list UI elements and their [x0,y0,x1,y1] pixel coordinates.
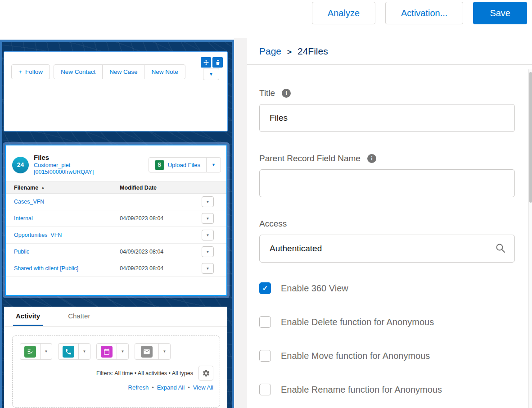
actions-overflow-button[interactable]: ▼ [203,68,219,80]
activity-component[interactable]: Activity Chatter ▼ [4,307,227,408]
files-24-icon: 24 [12,157,29,173]
checkbox-check-icon: ✓ [259,350,271,362]
record-actions: + Follow New Contact New Case New Note [11,64,185,79]
email-icon [141,346,153,358]
title-field-label-row: Title i [259,88,515,98]
call-button-group: ▼ [58,343,90,360]
tab-activity[interactable]: Activity [16,312,40,326]
chevron-down-icon: ▼ [209,72,213,77]
tab-chatter[interactable]: Chatter [68,312,90,326]
property-panel: Page > 24Files Title i Parent Record Fie… [247,38,532,408]
new-contact-button[interactable]: New Contact [54,64,103,79]
save-button[interactable]: Save [473,2,527,24]
event-icon [101,346,113,358]
panel-scrollbar[interactable] [528,69,532,408]
file-link[interactable]: Internal [6,215,120,222]
upload-files-button[interactable]: S Upload Files [149,157,207,172]
row-actions-button[interactable]: ▼ [202,213,214,224]
checkbox-label: Enable Rename function for Anonymous [281,385,442,395]
upload-group: S Upload Files ▼ [149,157,221,172]
row-actions-button[interactable]: ▼ [202,196,214,207]
access-field-label-row: Access [259,219,515,229]
files-table-header: Filename ▲ Modified Date [6,181,226,194]
enable-rename-anonymous-checkbox[interactable]: ✓ Enable Rename function for Anonymous [259,384,515,395]
new-note-button[interactable]: New Note [144,64,185,79]
app-window: Analyze Activation... Save + Follow [0,0,532,408]
sharepoint-icon: S [155,160,164,170]
file-link[interactable]: Shared with client [Public] [6,265,120,272]
trash-icon[interactable] [212,57,223,68]
refresh-link[interactable]: Refresh [128,384,149,391]
activity-links-row: Refresh • Expand All • View All [20,384,214,391]
call-dropdown-button[interactable]: ▼ [78,343,90,360]
expand-all-link[interactable]: Expand All [157,384,185,391]
table-row: Shared with client [Public] 04/09/2023 0… [6,260,226,277]
checkbox-check-icon: ✓ [259,384,271,395]
table-row: Internal 04/09/2023 08:04 ▼ [6,210,226,227]
parent-record-field-input[interactable] [259,169,515,197]
email-dropdown-button[interactable]: ▼ [158,343,171,360]
gear-icon [202,369,210,377]
chevron-down-icon: ▼ [121,349,125,354]
activity-tabs: Activity Chatter [4,307,227,326]
filters-summary: Filters: All time • All activities • All… [96,370,193,376]
file-link[interactable]: Public [6,249,120,255]
new-case-button[interactable]: New Case [102,64,144,79]
chevron-down-icon: ▼ [206,200,210,204]
chevron-down-icon: ▼ [212,163,216,167]
chevron-down-icon: ▼ [206,250,210,254]
breadcrumb-page-link[interactable]: Page [259,46,281,57]
files-card-title: Files [34,154,94,162]
row-actions-button[interactable]: ▼ [202,230,214,240]
files-component[interactable]: 24 Files Customer_piet [0015I00000frwURQ… [5,145,227,296]
call-icon [63,346,74,358]
move-icon[interactable] [201,57,211,68]
event-dropdown-button[interactable]: ▼ [117,343,129,360]
view-all-link[interactable]: View All [193,384,213,391]
enable-move-anonymous-checkbox[interactable]: ✓ Enable Move function for Anonymous [259,350,515,362]
task-dropdown-button[interactable]: ▼ [40,343,52,360]
title-input[interactable] [259,104,515,132]
filters-settings-button[interactable] [198,366,213,381]
event-button-group: ▼ [96,343,129,360]
filename-column-header[interactable]: Filename ▲ [6,185,120,191]
access-combobox[interactable] [259,235,515,263]
upload-dropdown-button[interactable]: ▼ [206,157,221,172]
chevron-down-icon: ▼ [206,217,210,221]
new-event-button[interactable] [96,343,117,360]
file-link[interactable]: Cases_VFN [6,199,120,205]
canvas-panel-gap [234,38,247,408]
checkbox-label: Enable Delete function for Anonymous [281,317,434,327]
new-task-button[interactable] [20,343,41,360]
info-icon[interactable]: i [282,89,291,98]
analyze-button[interactable]: Analyze [312,2,375,24]
bullet-separator: • [152,384,154,391]
bullet-separator: • [188,384,190,391]
parent-field-label: Parent Record Field Name [259,154,361,163]
record-link[interactable]: Customer_piet [34,162,94,169]
row-actions-button[interactable]: ▼ [202,263,214,274]
modified-date-column-header: Modified Date [120,185,202,191]
record-id-link[interactable]: [0015I00000frwURQAY] [34,169,94,176]
search-icon[interactable] [495,243,506,254]
panel-divider [247,64,532,65]
access-combobox-wrap [259,229,515,263]
row-actions-button[interactable]: ▼ [202,246,214,257]
files-header: 24 Files Customer_piet [0015I00000frwURQ… [6,145,226,181]
chevron-down-icon: ▼ [83,349,86,354]
enable-delete-anonymous-checkbox[interactable]: ✓ Enable Delete function for Anonymous [259,316,515,328]
highlights-panel-component[interactable]: + Follow New Contact New Case New Note ▼ [4,52,227,131]
follow-label: Follow [25,68,43,75]
scrollbar-thumb[interactable] [529,72,532,203]
checkbox-label: Enable 360 View [281,283,348,294]
breadcrumb-current: 24Files [298,46,328,57]
email-button-group: ▼ [135,343,171,360]
info-icon[interactable]: i [367,154,376,163]
log-call-button[interactable] [58,343,79,360]
checkbox-label: Enable Move function for Anonymous [281,351,430,361]
file-link[interactable]: Opportunities_VFN [6,232,120,238]
activation-button[interactable]: Activation... [385,2,463,24]
email-button[interactable] [135,343,159,360]
enable-360-view-checkbox[interactable]: ✓ Enable 360 View [259,282,515,294]
follow-button[interactable]: + Follow [11,64,50,79]
